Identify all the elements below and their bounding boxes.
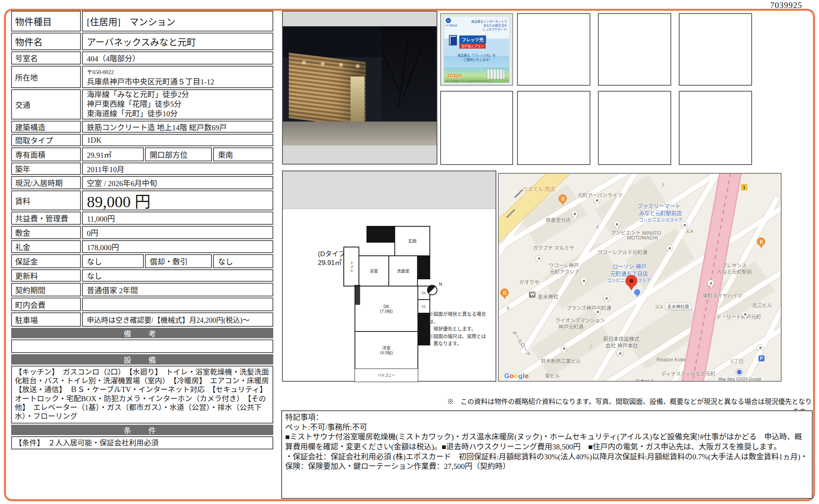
access-line: 東海道線「元町」徒歩10分 — [87, 109, 178, 119]
compass-north-label: N — [439, 282, 442, 286]
shrine-icon — [529, 292, 535, 298]
map-label: 5丁目 — [731, 357, 744, 365]
row-label: 町内会費 — [11, 298, 81, 311]
map-label: 元町アクシア — [550, 268, 579, 275]
kitchen-counter — [355, 285, 360, 305]
special-notes-line: ペット:不可/事務所:不可 — [285, 423, 809, 433]
poi-pin-icon — [580, 277, 587, 284]
contract-value: 普通借家 2年間 — [82, 283, 273, 296]
location-map: つるてん 西店 元町アーバンライフ 3 ファミリーマート みなと元町駅前店 コン… — [498, 173, 782, 382]
conditions-section-body: 【条件】 ２人入居可能・保証会社利用必須 — [11, 436, 273, 449]
ad-copy-line: しっかりサポート! — [482, 27, 507, 31]
compass-icon — [427, 285, 437, 295]
row-label: 礼金 — [11, 240, 81, 253]
parking-value: 申込時は空き確認要/【機械式】月24,200円(税込)～ — [82, 312, 273, 327]
room-toilet: トイレ — [343, 247, 359, 286]
row-label: 間取タイプ — [11, 134, 81, 146]
conditions-section-header: 条 件 — [11, 425, 273, 435]
floorplan-panel: (Dタイプ) 29.91㎡ 玄関 洗面室 浴室 トイレ DK (7.0帖) CL… — [282, 171, 496, 382]
map-label: コンビニエンスストア — [639, 216, 683, 223]
building-entrance-image — [283, 26, 437, 145]
plan-badge: 全戸加入プラン — [459, 43, 486, 49]
zip-code: 〒650-0022 — [87, 68, 114, 76]
key-money-value: 178,000円 — [82, 240, 273, 253]
ad-copy-line: 高品質な「フレッツ光」を — [444, 53, 509, 57]
station-marker-icon — [736, 369, 743, 375]
row-label: 号室名 — [11, 51, 81, 65]
building-icon — [449, 35, 457, 45]
map-label: 北三ビル — [752, 301, 772, 309]
row-label: 専有面積 — [11, 147, 81, 161]
floorplan-canvas: (Dタイプ) 29.91㎡ 玄関 洗面室 浴室 トイレ DK (7.0帖) CL… — [283, 209, 496, 381]
table-row: 所在地 〒650-0022 兵庫県神戸市中央区元町通５丁目1-12 — [11, 66, 273, 88]
table-row: 敷金 0円 — [11, 226, 273, 239]
facing-value: 東南 — [213, 147, 273, 161]
map-label-boxed: 走水神社南 — [665, 303, 691, 310]
map-label: 走水神社 — [538, 292, 558, 300]
table-row: 間取タイプ 1DK — [11, 134, 273, 146]
map-label: 栄ビル — [545, 372, 560, 379]
map-label: ワコーレアルテ元町通 — [598, 248, 647, 256]
table-row: 専有面積 29.91㎡ 開口部方位 東南 — [11, 147, 273, 161]
ad-copy-line: ご提供いたします! — [444, 57, 509, 62]
restaurant-pin-icon — [558, 194, 567, 203]
ad-fineprint: ※サービス提供エリアについてはお問い合わせください — [445, 80, 490, 82]
map-label: 鈴木断熱工業ビル — [541, 357, 581, 365]
notes-section-header: 備 考 — [11, 328, 273, 338]
poi-pin-icon — [571, 210, 578, 217]
poi-pin-icon — [757, 344, 764, 351]
map-label: みなと元町駅前 — [717, 268, 752, 275]
table-row: 保証金 なし 償却・敷引 なし — [11, 254, 273, 268]
map-label: つるてん 西店 — [523, 185, 555, 192]
photo-slot-empty — [517, 13, 590, 86]
floorplan-header-band — [283, 171, 496, 209]
ad-provider: NTT西日本 — [445, 24, 457, 27]
poi-pin-icon — [681, 222, 688, 228]
map-label: ファミリーマート — [637, 202, 680, 210]
google-logo: Google — [504, 372, 529, 380]
photo-slot-empty — [679, 13, 752, 86]
route-shield-icon: 1 — [741, 184, 747, 190]
ntt-logo-icon: U — [446, 18, 451, 23]
map-label: 会社 神戸本社 — [605, 341, 638, 349]
table-row: 交通 海岸線「みなと元町」徒歩2分 神戸東西線「花隈」徒歩5分 東海道線「元町」… — [11, 89, 273, 120]
row-label: 建築構造 — [11, 121, 81, 133]
room-bedroom: 洋室 (4.0帖) — [355, 331, 418, 369]
internet-ad-slot: U NTT西日本 高品質なインターネットで あなたの新生活を しっかりサポート!… — [440, 13, 513, 86]
built-year-value: 2011年10月 — [82, 163, 273, 175]
building-photo — [282, 11, 437, 165]
structure-value: 鉄筋コンクリート造 地上14階 総戸数69戸 — [82, 121, 273, 133]
row-label: 所在地 — [11, 66, 81, 88]
photo-walkway — [283, 122, 437, 145]
floorplan-notes: ※図面が現状と異なる場合は、 現状優先とします。 ※図面の縮尺は、実際とは 異な… — [429, 311, 492, 348]
condo-photo-icon — [487, 69, 505, 79]
map-label: 広本ビル — [635, 377, 655, 382]
photo-slot-empty — [598, 91, 671, 165]
photo-slot-empty — [440, 91, 513, 165]
photo-door — [351, 76, 364, 122]
poi-pin-icon — [603, 295, 610, 302]
map-label: MOTOMACHI — [627, 235, 658, 241]
destination-pin-icon — [625, 275, 637, 287]
map-label: 3 — [661, 182, 664, 188]
row-label: 更新料 — [11, 269, 81, 282]
poi-pin-icon — [560, 345, 567, 352]
restaurant-pin-icon — [500, 288, 509, 297]
conditions-text: 【条件】 ２人入居可能・保証会社利用必須 — [12, 439, 161, 447]
photo-slot-empty — [517, 91, 590, 165]
floorplan-drawing: 玄関 洗面室 浴室 トイレ DK (7.0帖) CL CL 洋室 (4.0帖) … — [343, 226, 430, 382]
property-type-value: [住居用] マンション — [82, 11, 273, 31]
map-label: ローソン 神戸 — [613, 262, 647, 270]
flets-logo: フレッツ光 — [459, 35, 486, 43]
poi-pin-icon — [594, 308, 601, 315]
table-row: 築年 2011年10月 — [11, 163, 273, 175]
balcony: バルコニー — [355, 369, 418, 382]
traffic-light-icon — [656, 305, 662, 308]
room-dk: DK (7.0帖) — [355, 286, 418, 332]
poi-pin-icon — [594, 197, 600, 204]
deposit-value: 0円 — [82, 226, 273, 239]
map-attribution: Map data ©2024 Google — [717, 377, 763, 381]
table-row: 駐車場 申込時は空き確認要/【機械式】月24,200円(税込)～ — [11, 312, 273, 327]
address-text: 兵庫県神戸市中央区元町通５丁目1-12 — [87, 76, 214, 86]
room-entrance: 玄関 — [394, 226, 430, 256]
